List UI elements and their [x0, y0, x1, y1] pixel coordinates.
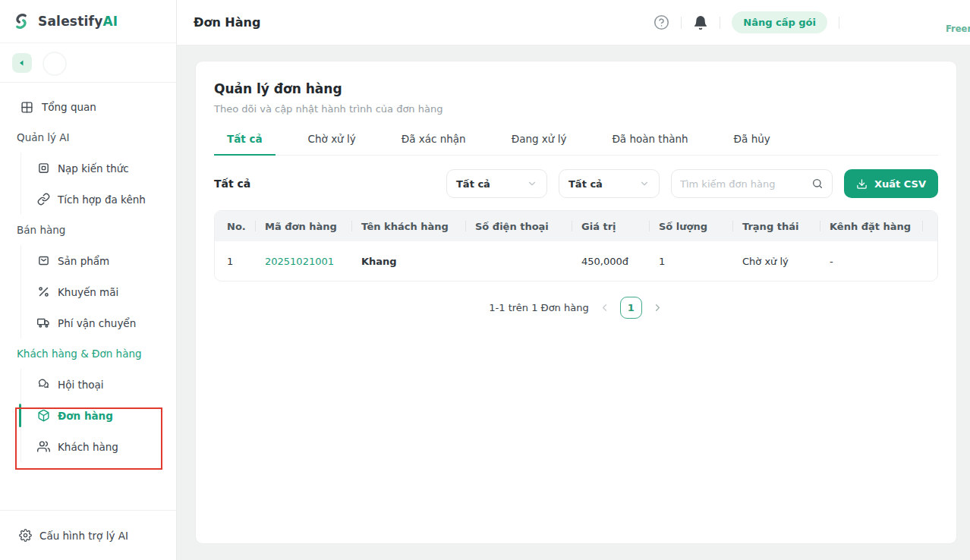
page-title: Quản lý đơn hàng — [214, 81, 938, 96]
page-subtitle: Theo dõi và cập nhật hành trình của đơn … — [214, 103, 938, 115]
channel-filter-select[interactable]: Tất cả — [559, 169, 660, 198]
sidebar-item-tich-hop-da-kenh[interactable]: Tích hợp đa kênh — [21, 184, 176, 215]
grid-icon — [20, 100, 33, 114]
sidebar-item-san-pham[interactable]: Sản phẩm — [21, 245, 176, 276]
status-filter-select[interactable]: Tất cả — [446, 169, 547, 198]
col-customer: Tên khách hàng — [361, 221, 475, 232]
divider — [681, 17, 682, 29]
export-csv-button[interactable]: Xuất CSV — [844, 169, 938, 198]
product-icon — [36, 254, 50, 268]
sidebar-item-overview[interactable]: Tổng quan — [0, 92, 176, 122]
chevron-down-icon — [527, 178, 537, 189]
tab-dang-xu-ly[interactable]: Đang xử lý — [499, 133, 580, 155]
sidebar-item-nap-kien-thuc[interactable]: Nạp kiến thức — [21, 153, 176, 184]
chat-icon — [36, 378, 50, 392]
sidebar-item-label: Đơn hàng — [58, 410, 113, 422]
col-quantity: Số lượng — [659, 221, 742, 232]
filter-controls: Tất cả Tất cả Xuấ — [446, 169, 938, 198]
sidebar-item-label: Hội thoại — [58, 379, 104, 391]
cell-value: 450,000đ — [581, 256, 659, 267]
table-row: 1 20251021001 Khang 450,000đ 1 Chờ xử lý… — [215, 241, 937, 281]
search-input[interactable] — [680, 178, 811, 190]
col-order-code: Mã đơn hàng — [265, 221, 361, 232]
sidebar-item-cau-hinh-tro-ly-ai[interactable]: Cấu hình trợ lý AI — [0, 510, 176, 560]
sidebar-item-label: Tổng quan — [42, 101, 96, 113]
sidebar-item-don-hang[interactable]: Đơn hàng — [21, 400, 176, 431]
col-value: Giá trị — [581, 221, 659, 232]
brand-logo-icon — [11, 11, 31, 31]
cell-no: 1 — [227, 256, 265, 267]
download-icon — [856, 178, 868, 190]
chevron-right-icon[interactable] — [652, 302, 663, 313]
upgrade-plan-button[interactable]: Nâng cấp gói — [732, 11, 827, 33]
logo: SalestifyAI — [0, 0, 176, 43]
sidebar-collapse-row — [0, 43, 176, 83]
sidebar-item-khuyen-mai[interactable]: Khuyến mãi — [21, 276, 176, 307]
cell-customer: Khang — [361, 256, 475, 267]
channel-filter-value: Tất cả — [568, 178, 603, 190]
sidebar-item-khach-hang[interactable]: Khách hàng — [21, 431, 176, 462]
orders-card: Quản lý đơn hàng Theo dõi và cập nhật hà… — [195, 61, 957, 544]
avatar-placeholder — [43, 52, 67, 76]
sidebar-section-ban-hang: Bán hàng — [0, 215, 176, 245]
topbar: Đơn Hàng Nâng cấp gói Freem — [177, 0, 970, 46]
list-title: Tất cả — [214, 178, 250, 190]
tab-cho-xu-ly[interactable]: Chờ xử lý — [295, 133, 369, 155]
table-header-row: No. Mã đơn hàng Tên khách hàng Số điện t… — [215, 211, 937, 241]
tab-da-xac-nhan[interactable]: Đã xác nhận — [389, 133, 479, 155]
users-icon — [36, 440, 50, 454]
sidebar-subgroup: Sản phẩm Khuyến mãi Phí vận chuyển — [20, 245, 176, 338]
help-circle-icon[interactable] — [653, 14, 669, 30]
sidebar-subgroup: Hội thoại Đơn hàng Khách hàng — [20, 369, 176, 462]
chevron-left-icon[interactable] — [599, 302, 610, 313]
cell-order-code[interactable]: 20251021001 — [265, 256, 361, 267]
sidebar-item-hoi-thoai[interactable]: Hội thoại — [21, 369, 176, 400]
page-number-button[interactable]: 1 — [620, 297, 642, 319]
status-tabs: Tất cả Chờ xử lý Đã xác nhận Đang xử lý … — [214, 133, 938, 156]
pagination-summary: 1-1 trên 1 Đơn hàng — [489, 302, 588, 313]
truck-icon — [36, 316, 50, 330]
col-status: Trạng thái — [742, 221, 830, 232]
sidebar-item-label: Khách hàng — [58, 441, 118, 453]
sidebar-item-label: Phí vận chuyển — [58, 317, 136, 329]
cell-channel: - — [830, 256, 932, 267]
knowledge-icon — [36, 162, 50, 175]
percent-icon — [36, 285, 50, 299]
sidebar-menu: Tổng quan Quản lý AI Nạp kiến thức Tích … — [0, 83, 176, 462]
sidebar-item-phi-van-chuyen[interactable]: Phí vận chuyển — [21, 307, 176, 338]
tab-da-hoan-thanh[interactable]: Đã hoàn thành — [599, 133, 701, 155]
sidebar-collapse-button[interactable] — [12, 53, 32, 73]
brand-name: SalestifyAI — [38, 14, 118, 29]
eye-icon[interactable] — [935, 253, 938, 269]
sidebar-item-label: Khuyến mãi — [58, 286, 118, 298]
sidebar-item-label: Sản phẩm — [58, 255, 109, 267]
bell-icon[interactable] — [693, 15, 708, 30]
divider — [720, 17, 720, 29]
order-search — [671, 169, 833, 198]
tab-tat-ca[interactable]: Tất cả — [214, 133, 276, 155]
search-icon[interactable] — [811, 178, 824, 190]
col-phone: Số điện thoại — [475, 221, 581, 232]
sidebar-section-quan-ly-ai: Quản lý AI — [0, 122, 176, 153]
sidebar-item-label: Tích hợp đa kênh — [58, 193, 146, 206]
pagination: 1-1 trên 1 Đơn hàng 1 — [214, 297, 938, 319]
divider — [839, 17, 839, 29]
gear-icon — [18, 529, 32, 543]
col-no: No. — [227, 221, 265, 232]
chevron-down-icon — [639, 178, 650, 189]
orders-table: No. Mã đơn hàng Tên khách hàng Số điện t… — [214, 210, 938, 282]
topbar-actions: Nâng cấp gói — [653, 11, 839, 33]
cell-status: Chờ xử lý — [742, 256, 830, 267]
page-header-title: Đơn Hàng — [194, 15, 260, 30]
sidebar-footer-label: Cấu hình trợ lý AI — [39, 530, 128, 542]
status-filter-value: Tất cả — [456, 178, 490, 190]
sidebar-item-label: Nạp kiến thức — [58, 162, 129, 175]
link-icon — [36, 193, 50, 206]
plan-label: Freem — [946, 24, 970, 34]
sidebar: SalestifyAI Tổng quan Quản lý AI Nạp kiế… — [0, 0, 177, 560]
tab-da-huy[interactable]: Đã hủy — [721, 133, 783, 155]
filter-row: Tất cả Tất cả Tất cả — [214, 169, 938, 198]
export-csv-label: Xuất CSV — [874, 178, 926, 190]
sidebar-section-khach-hang-don-hang: Khách hàng & Đơn hàng — [0, 338, 176, 369]
col-channel: Kênh đặt hàng — [830, 221, 932, 232]
